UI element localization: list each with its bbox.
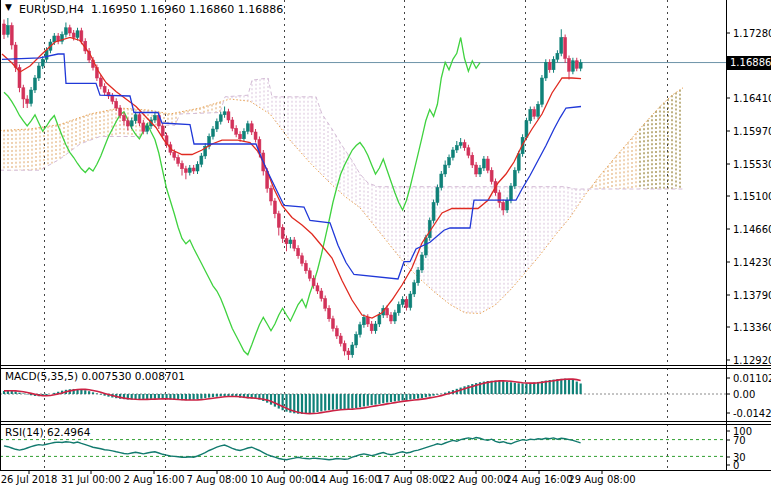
candle-body xyxy=(300,256,303,264)
candle-body xyxy=(173,152,176,157)
candle-body xyxy=(386,308,389,315)
time-tick-label: 10 Aug 00:00 xyxy=(250,474,317,485)
tenkan-sen-line xyxy=(2,38,581,319)
current-price-tag: 1.16886 xyxy=(727,56,771,70)
candle-body xyxy=(277,214,280,228)
candle-body xyxy=(568,59,571,72)
candle-body xyxy=(502,203,505,211)
candle-body xyxy=(417,270,420,283)
price-tick-label: 1.14660 xyxy=(733,224,771,235)
candle-body xyxy=(142,123,145,131)
candle-body xyxy=(146,126,149,131)
candle-body xyxy=(14,45,17,68)
candle-body xyxy=(297,248,300,256)
candle-body xyxy=(126,121,129,126)
candle-body xyxy=(331,319,334,329)
candle-body xyxy=(471,155,474,165)
macd-histogram xyxy=(4,379,581,414)
candle-body xyxy=(374,324,377,331)
candle-body xyxy=(537,104,540,116)
candle-body xyxy=(227,112,230,120)
panel-borders xyxy=(0,0,771,471)
candle-body xyxy=(359,325,362,335)
candle-body xyxy=(320,291,323,299)
rsi-tick-label: 70 xyxy=(733,435,746,446)
candle-body xyxy=(548,62,551,70)
candle-body xyxy=(242,131,245,139)
candle-body xyxy=(467,148,470,156)
candle-body xyxy=(459,143,462,146)
candle-body xyxy=(455,146,458,151)
candle-body xyxy=(289,240,292,244)
price-tick-label: 1.16410 xyxy=(733,93,771,104)
candle-body xyxy=(188,168,191,173)
candle-body xyxy=(273,201,276,214)
price-tick-label: 1.14230 xyxy=(733,257,771,268)
time-tick-label: 31 Jul 00:00 xyxy=(61,474,121,485)
candle-body xyxy=(161,126,164,136)
candle-body xyxy=(53,36,56,42)
candle-body xyxy=(451,150,454,158)
candle-body xyxy=(196,164,199,171)
candle-body xyxy=(579,63,582,69)
candle-body xyxy=(41,59,44,66)
candle-body xyxy=(177,158,180,164)
candle-body xyxy=(378,315,381,324)
price-tick-label: 1.12920 xyxy=(733,355,771,366)
candle-body xyxy=(513,170,516,186)
candle-body xyxy=(312,278,315,286)
symbol-dropdown-icon[interactable]: ▼ xyxy=(5,2,12,12)
candle-body xyxy=(184,169,187,173)
candle-body xyxy=(355,335,358,346)
macd-tick-label: -0.01423 xyxy=(733,408,771,419)
candle-body xyxy=(304,263,307,271)
candle-body xyxy=(246,124,249,132)
candle-body xyxy=(308,271,311,279)
candle-body xyxy=(413,283,416,294)
candle-body xyxy=(37,66,40,78)
candle-body xyxy=(68,28,71,33)
candle-body xyxy=(250,124,253,132)
candle-body xyxy=(390,315,393,321)
time-tick-label: 22 Aug 00:00 xyxy=(442,474,509,485)
candle-body xyxy=(80,31,83,42)
candle-body xyxy=(498,193,501,203)
candle-body xyxy=(72,33,75,38)
price-tick-label: 1.15100 xyxy=(733,191,771,202)
candle-body xyxy=(444,165,447,174)
candle-body xyxy=(223,112,226,115)
candle-body xyxy=(316,286,319,291)
macd-signal-line xyxy=(4,379,581,414)
candle-body xyxy=(347,351,350,355)
candle-body xyxy=(270,188,273,201)
time-tick-label: 7 Aug 08:00 xyxy=(186,474,247,485)
candle-body xyxy=(517,154,520,171)
candle-body xyxy=(115,101,118,108)
candle-body xyxy=(64,28,67,35)
time-tick-label: 24 Aug 16:00 xyxy=(505,474,572,485)
symbol-ohlc-readout: EURUSD,H4 1.16950 1.16960 1.16860 1.1688… xyxy=(19,3,283,16)
candle-body xyxy=(343,344,346,352)
candle-body xyxy=(401,299,404,304)
candle-body xyxy=(529,110,532,121)
candle-body xyxy=(111,96,114,101)
candle-body xyxy=(370,324,373,331)
candle-body xyxy=(33,78,36,90)
candle-body xyxy=(463,143,466,148)
candle-body xyxy=(482,159,485,168)
candle-body xyxy=(26,99,29,104)
macd-tick-label: 0.00 xyxy=(733,389,755,400)
price-tick-label: 1.15530 xyxy=(733,159,771,170)
rsi-readout: RSI(14) 62.4964 xyxy=(5,426,90,438)
candle-body xyxy=(362,317,365,325)
candle-body xyxy=(285,239,288,244)
candle-body xyxy=(533,110,536,117)
candle-body xyxy=(281,227,284,238)
candle-body xyxy=(440,174,443,188)
time-tick-label: 29 Aug 08:00 xyxy=(568,474,635,485)
candle-body xyxy=(556,53,559,59)
candle-body xyxy=(405,299,408,307)
chart-plot-area[interactable]: 1.172801.164101.159701.155301.151001.146… xyxy=(0,0,771,493)
candle-body xyxy=(366,317,369,324)
candle-body xyxy=(122,116,125,121)
